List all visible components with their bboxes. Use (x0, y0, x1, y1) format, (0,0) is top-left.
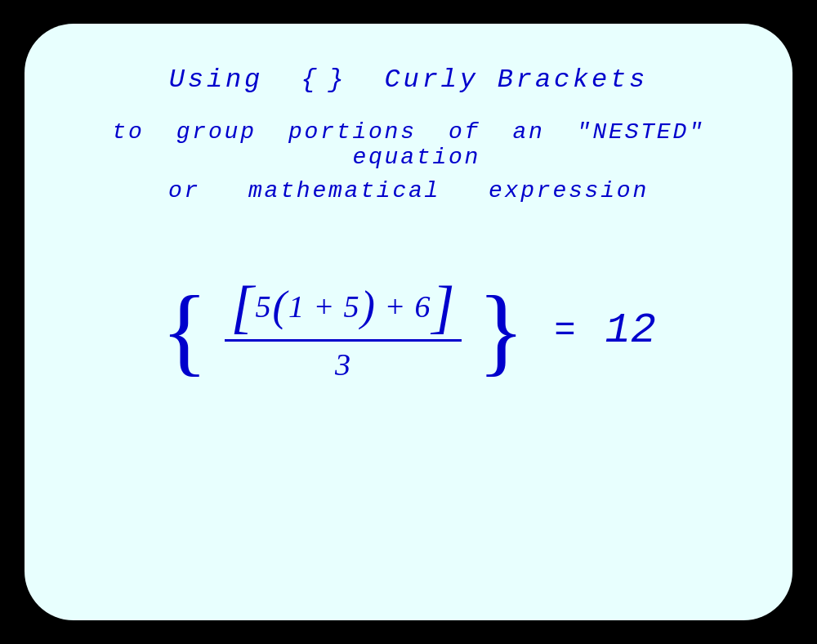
curly-brace-right-icon: } (478, 282, 525, 380)
math-plus2: + (377, 288, 413, 324)
denominator-value: 3 (335, 347, 350, 382)
math-5: 5 (256, 288, 271, 324)
curly-brace-left-icon: { (161, 282, 208, 380)
result-value: 12 (605, 306, 656, 355)
equation-area: { [ 5 ( 1 + 5 ) + 6 ] (161, 277, 656, 384)
math-6: 6 (415, 288, 431, 324)
title: Using { } Curly Brackets (169, 65, 648, 95)
square-bracket-left-icon: [ (231, 277, 254, 336)
bracket-container: [ 5 ( 1 + 5 ) + 6 ] (231, 277, 455, 336)
or-line: or mathematical expression (168, 178, 649, 203)
fraction: [ 5 ( 1 + 5 ) + 6 ] 3 (225, 277, 462, 384)
paren-left-icon: ( (273, 285, 287, 328)
fraction-numerator: [ 5 ( 1 + 5 ) + 6 ] (225, 277, 462, 342)
main-card: Using { } Curly Brackets to group portio… (25, 24, 792, 620)
square-bracket-right-icon: ] (432, 277, 455, 336)
math-5b: 5 (344, 288, 359, 324)
math-1: 1 (288, 288, 304, 324)
paren-right-icon: ) (361, 285, 375, 328)
equals-sign: = (554, 311, 575, 351)
fraction-denominator: 3 (335, 342, 350, 384)
math-plus1: + (306, 288, 342, 324)
subtitle: to group portions of an "NESTED" equatio… (74, 119, 743, 170)
numerator-expression: 5 ( 1 + 5 ) + 6 (256, 285, 431, 328)
